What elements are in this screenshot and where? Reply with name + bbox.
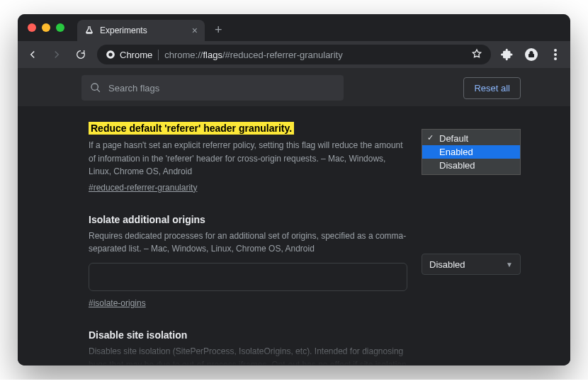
bookmark-icon[interactable] xyxy=(471,48,482,62)
chrome-icon xyxy=(106,50,115,60)
flag-reduced-referrer: Reduce default 'referer' header granular… xyxy=(89,122,521,193)
flag-isolate-origins: Isolate additional origins Requires dedi… xyxy=(89,213,521,309)
extension-button[interactable] xyxy=(524,47,539,62)
browser-tab[interactable]: Experiments × xyxy=(77,20,205,41)
chevron-down-icon: ▼ xyxy=(506,261,513,268)
dropdown-item-default[interactable]: Default xyxy=(422,132,520,145)
flag-hash-link[interactable]: #isolate-origins xyxy=(89,298,146,308)
window-controls xyxy=(28,23,64,32)
flag-title: Reduce default 'referer' header granular… xyxy=(89,122,294,135)
forward-button[interactable] xyxy=(49,47,64,62)
flag-description: Disables site isolation (SitePerProcess,… xyxy=(89,345,407,366)
flag-hash-link[interactable]: #reduced-referrer-granularity xyxy=(89,183,197,193)
flags-list: Reduce default 'referer' header granular… xyxy=(18,106,570,366)
address-chip-label: Chrome xyxy=(120,50,152,60)
dropdown-item-enabled[interactable]: Enabled xyxy=(422,145,520,159)
search-box[interactable] xyxy=(81,75,344,101)
browser-window: Experiments × + Chrome chrome://flags/#r… xyxy=(18,14,570,366)
address-chip: Chrome xyxy=(106,50,159,60)
dropdown-item-disabled[interactable]: Disabled xyxy=(422,159,520,172)
page-content: Reset all Reduce default 'referer' heade… xyxy=(18,68,570,366)
flag-disable-site-isolation: Disable site isolation Disables site iso… xyxy=(89,329,521,366)
new-tab-button[interactable]: + xyxy=(215,23,222,38)
reload-button[interactable] xyxy=(73,47,89,62)
search-row: Reset all xyxy=(18,68,570,106)
search-icon xyxy=(90,82,101,94)
svg-point-1 xyxy=(108,52,112,56)
toolbar: Chrome chrome://flags/#reduced-referrer-… xyxy=(18,41,570,68)
tab-title: Experiments xyxy=(100,26,147,35)
window-maximize-button[interactable] xyxy=(56,23,64,32)
flask-icon xyxy=(84,26,94,35)
flag-title: Isolate additional origins xyxy=(89,214,205,225)
window-close-button[interactable] xyxy=(28,23,36,32)
flag-description: Requires dedicated processes for an addi… xyxy=(89,230,407,256)
back-button[interactable] xyxy=(25,47,40,62)
flag-dropdown-open: Default Enabled Disabled xyxy=(422,129,521,175)
extensions-icon[interactable] xyxy=(499,47,515,62)
tab-bar: Experiments × + xyxy=(18,14,570,41)
menu-icon[interactable] xyxy=(548,47,563,62)
flag-select[interactable]: Disabled ▼ xyxy=(422,254,521,275)
flag-title: Disable site isolation xyxy=(89,329,187,341)
flag-description: If a page hasn't set an explicit referre… xyxy=(89,139,407,178)
search-input[interactable] xyxy=(108,83,335,94)
window-minimize-button[interactable] xyxy=(42,23,50,32)
select-current-label: Disabled xyxy=(429,259,465,270)
address-bar[interactable]: Chrome chrome://flags/#reduced-referrer-… xyxy=(97,45,491,64)
isolate-origins-input[interactable] xyxy=(89,263,407,291)
address-url: chrome://flags/#reduced-referrer-granula… xyxy=(164,50,342,60)
reset-all-button[interactable]: Reset all xyxy=(463,77,521,99)
tab-close-icon[interactable]: × xyxy=(192,25,198,36)
